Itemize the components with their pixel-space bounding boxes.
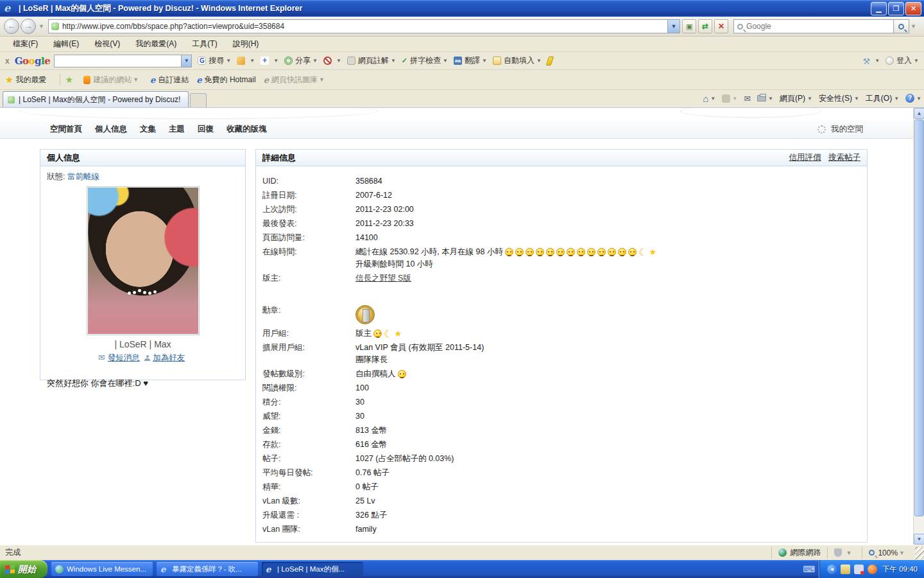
translate-button[interactable]: aa翻譯▼ [454, 55, 487, 66]
page-menu-button[interactable]: 網頁(P)▼ [780, 93, 812, 104]
scroll-down-button[interactable]: ▼ [914, 534, 924, 545]
smiley-icon [587, 248, 595, 256]
custom-links-link[interactable]: e自訂連結 [150, 74, 189, 85]
search-box[interactable] [733, 19, 894, 33]
address-field[interactable] [48, 19, 668, 33]
spellcheck-button[interactable]: ✓拼字檢查▼ [402, 55, 448, 66]
search-posts-link[interactable]: 搜索帖子 [828, 153, 860, 162]
hotmail-link[interactable]: e免費的 Hotmail [196, 74, 255, 85]
nav-collections[interactable]: 文集 [140, 124, 156, 135]
smiley-icon [567, 248, 575, 256]
nav-profile[interactable]: 個人信息 [95, 124, 127, 135]
detail-row: UID:358684 [262, 174, 860, 188]
menu-view[interactable]: 檢視(V) [87, 37, 128, 51]
toolbar-close-button[interactable]: x [5, 57, 10, 66]
protected-mode-button[interactable]: ▼ [827, 547, 862, 559]
detail-row: 平均每日發帖:0.76 帖子 [262, 466, 860, 480]
address-input[interactable] [62, 22, 665, 31]
gear-icon[interactable] [817, 125, 826, 134]
detail-label: 在線時間: [262, 247, 355, 269]
suggested-sites-link[interactable]: 建議的網站▼ [83, 74, 142, 85]
search-go-icon [898, 24, 904, 30]
hide-icons-chevron[interactable]: ◄ [827, 565, 837, 574]
nav-threads[interactable]: 主題 [169, 124, 185, 135]
highlighter-button[interactable] [547, 57, 555, 66]
history-dropdown-icon[interactable]: ▼ [38, 23, 44, 30]
google-search-dropdown-icon[interactable]: ▼ [181, 55, 191, 67]
add-friend-link[interactable]: 加為好友 [153, 353, 185, 362]
autofill-button[interactable]: 自動填入▼ [493, 55, 542, 66]
google-search-field[interactable]: ▼ [54, 55, 192, 67]
sidewiki-button[interactable]: 網頁註解▼ [347, 55, 396, 66]
detail-label: 註冊日期: [262, 190, 355, 200]
home-button[interactable]: ⌂▼ [703, 93, 715, 104]
suggested-sites-icon [83, 76, 90, 84]
help-button[interactable]: ?▼ [905, 94, 921, 103]
credit-rating-link[interactable]: 信用評價 [789, 153, 821, 162]
detail-value: 信長之野望 S版 [355, 273, 411, 283]
nav-replies[interactable]: 回復 [198, 124, 214, 135]
menu-file[interactable]: 檔案(F) [5, 37, 46, 51]
share-button[interactable]: 分享▼ [284, 55, 318, 66]
signin-button[interactable]: 登入▼ [886, 55, 919, 66]
favorites-button[interactable]: ★我的最愛 [5, 74, 47, 85]
tray-app-icon[interactable] [868, 565, 877, 574]
feeds-button[interactable]: ▼ [722, 94, 737, 103]
search-go-button[interactable] [894, 19, 909, 33]
tray-messenger-status-icon[interactable] [854, 565, 864, 574]
send-message-link[interactable]: 發短消息 [108, 353, 140, 362]
new-tab-button[interactable] [190, 93, 207, 107]
scroll-up-button[interactable]: ▲ [914, 108, 924, 119]
menu-favorites[interactable]: 我的最愛(A) [128, 37, 184, 51]
zoom-icon [869, 550, 875, 556]
web-slice-gallery-link[interactable]: e網頁快訊圖庫▼ [264, 74, 329, 85]
menu-edit[interactable]: 編輯(E) [46, 37, 87, 51]
search-options-icon[interactable]: ▼ [911, 23, 916, 30]
tray-mail-icon[interactable] [841, 565, 850, 574]
detail-text: 自由撰稿人 [355, 369, 396, 378]
compatibility-view-icon[interactable]: ▣ [682, 19, 696, 33]
command-bar: ⌂▼ ▼ ✉ ▼ 網頁(P)▼ 安全性(S)▼ 工具(O)▼ ?▼ [207, 89, 921, 107]
detail-row: 最後發表:2011-2-23 20:33 [262, 216, 860, 231]
refresh-button[interactable]: ⇄ [698, 19, 712, 33]
add-gadget-button[interactable]: +▼ [261, 57, 278, 65]
nav-space-home[interactable]: 空間首頁 [50, 124, 82, 135]
detail-link[interactable]: 信長之野望 S版 [355, 274, 411, 283]
task-ie-window-2[interactable]: e| LoSeR | Max的個... [262, 562, 363, 576]
popup-blocker-button[interactable]: ▼ [323, 57, 341, 65]
search-input[interactable] [746, 22, 890, 31]
back-button[interactable]: ← [4, 19, 19, 34]
nav-my-space[interactable]: 我的空間 [831, 124, 863, 135]
tab-current[interactable]: | LoSeR | Max的個人空間 - Powered by Discuz! [3, 91, 189, 107]
start-button[interactable]: 開始 [0, 560, 47, 578]
forward-button[interactable]: → [21, 19, 36, 34]
menu-tools[interactable]: 工具(T) [184, 37, 225, 51]
maximize-button[interactable]: ❐ [888, 2, 904, 15]
keyboard-icon[interactable]: ⌨ [799, 565, 819, 574]
read-mail-button[interactable]: ✉ [744, 94, 751, 103]
menu-help[interactable]: 說明(H) [225, 37, 267, 51]
minimize-button[interactable]: ▁ [871, 2, 887, 15]
messenger-icon [55, 565, 64, 574]
status-value: 當前離線 [67, 172, 99, 181]
zoom-control[interactable]: 100%▼ [862, 547, 915, 559]
close-button[interactable]: ✕ [905, 2, 921, 15]
safety-menu-button[interactable]: 安全性(S)▼ [819, 93, 859, 104]
stop-button[interactable]: ✕ [714, 19, 728, 33]
bookmark-button[interactable]: ▼ [237, 57, 255, 65]
task-ie-window-1[interactable]: e暴露定義係咩？- 吹... [157, 562, 258, 576]
print-button[interactable]: ▼ [757, 95, 773, 101]
tools-menu-button[interactable]: 工具(O)▼ [866, 93, 899, 104]
scrollbar-thumb[interactable] [914, 119, 924, 516]
taskbar: 開始 Windows Live Messen... e暴露定義係咩？- 吹...… [0, 560, 924, 578]
toolbar-settings-button[interactable]: ⚒▼ [863, 57, 880, 65]
wrench-icon: ⚒ [863, 57, 871, 65]
add-to-favorites-button[interactable]: ★ [65, 74, 76, 85]
vertical-scrollbar[interactable]: ▲ ▼ [913, 108, 924, 545]
address-dropdown-button[interactable]: ▼ [668, 19, 680, 33]
google-search-button[interactable]: G搜尋▼ [198, 55, 231, 66]
nav-favorite-forums[interactable]: 收藏的版塊 [227, 124, 267, 135]
profile-photo [87, 186, 200, 335]
google-search-input[interactable] [55, 56, 181, 66]
task-messenger[interactable]: Windows Live Messen... [51, 562, 153, 576]
